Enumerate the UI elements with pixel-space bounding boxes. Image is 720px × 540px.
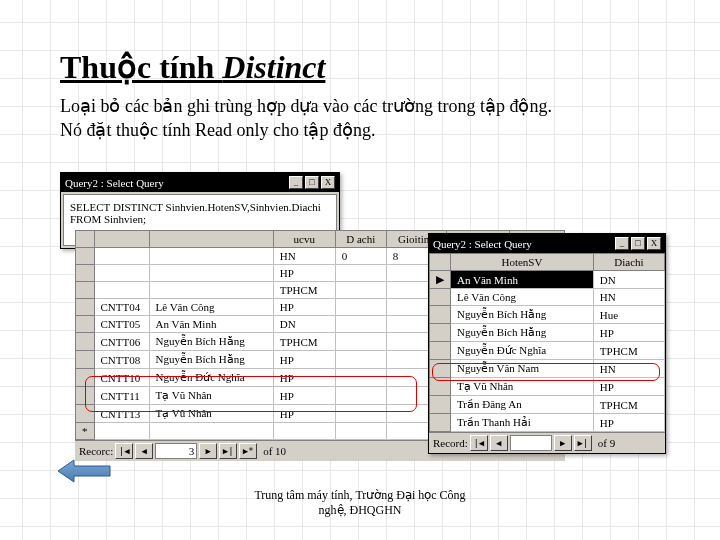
record-navigator: Record: |◀ ◀ ▶ ▶| of 9 (429, 432, 665, 453)
footer-text: Trung tâm máy tính, Trường Đại học Công … (0, 488, 720, 518)
description: Loại bỏ các bản ghi trùng hợp dựa vào cá… (60, 94, 660, 143)
table-row[interactable]: Nguyễn Bích HằngHP (430, 324, 665, 342)
result-window: Query2 : Select Query _ □ X HotenSVDiach… (428, 233, 666, 454)
close-button[interactable]: X (321, 176, 335, 189)
window-title: Query2 : Select Query (65, 177, 164, 189)
record-number-input[interactable] (155, 443, 197, 459)
nav-prev-button[interactable]: ◀ (490, 435, 508, 451)
nav-first-button[interactable]: |◀ (470, 435, 488, 451)
column-header[interactable]: D achi (335, 231, 386, 248)
window-title: Query2 : Select Query (433, 238, 532, 250)
table-row[interactable]: Nguyễn Đức NghĩaTPHCM (430, 342, 665, 360)
nav-last-button[interactable]: ▶| (219, 443, 237, 459)
nav-prev-button[interactable]: ◀ (135, 443, 153, 459)
maximize-button[interactable]: □ (631, 237, 645, 250)
nav-last-button[interactable]: ▶| (574, 435, 592, 451)
nav-first-button[interactable]: |◀ (115, 443, 133, 459)
table-row[interactable]: Tạ Vũ NhânHP (430, 378, 665, 396)
back-arrow-icon[interactable] (56, 458, 112, 484)
page-title: Thuộc tính Distinct (60, 48, 660, 86)
nav-next-button[interactable]: ▶ (554, 435, 572, 451)
column-header[interactable]: ucvu (273, 231, 335, 248)
maximize-button[interactable]: □ (305, 176, 319, 189)
column-header[interactable]: Diachi (593, 254, 664, 271)
column-header[interactable]: HotenSV (451, 254, 594, 271)
nav-next-button[interactable]: ▶ (199, 443, 217, 459)
minimize-button[interactable]: _ (289, 176, 303, 189)
record-number-input[interactable] (510, 435, 552, 451)
table-row[interactable]: Trần Thanh HảiHP (430, 414, 665, 432)
nav-new-button[interactable]: ▶* (239, 443, 257, 459)
table-row[interactable]: Nguyễn Bích HằngHue (430, 306, 665, 324)
table-row[interactable]: Lê Văn CôngHN (430, 289, 665, 306)
table-row[interactable]: ▶An Văn MinhDN (430, 271, 665, 289)
minimize-button[interactable]: _ (615, 237, 629, 250)
table-row[interactable]: Nguyễn Văn NamHN (430, 360, 665, 378)
close-button[interactable]: X (647, 237, 661, 250)
table-row[interactable]: Trần Đăng AnTPHCM (430, 396, 665, 414)
